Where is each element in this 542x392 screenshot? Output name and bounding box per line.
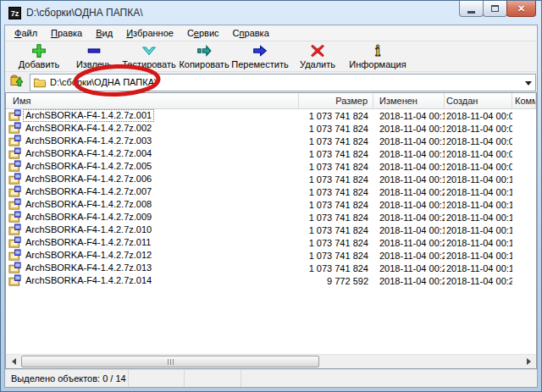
close-icon: ✕: [517, 4, 525, 14]
file-row[interactable]: ArchSBORKA-F4-1.4.2.7z.0011 073 741 8242…: [6, 109, 536, 122]
menu-bar: ФайлПравкаВидИзбранноеСервисСправка: [5, 25, 537, 41]
toolbar-button-label: Удалить: [300, 59, 335, 69]
file-size: 1 073 741 824: [299, 238, 373, 248]
maximize-button[interactable]: [483, 1, 507, 17]
file-created: 2018-11-04 00:03: [445, 124, 512, 134]
split-archive-file-icon: [8, 109, 21, 122]
column-header-3[interactable]: Создан: [445, 93, 512, 108]
split-archive-file-icon: [8, 122, 21, 135]
file-modified: 2018-11-04 00:11: [373, 111, 445, 121]
file-row[interactable]: ArchSBORKA-F4-1.4.2.7z.0051 073 741 8242…: [6, 160, 536, 173]
file-name: ArchSBORKA-F4-1.4.2.7z.005: [24, 161, 153, 172]
file-size: 1 073 741 824: [299, 213, 373, 223]
column-header-0[interactable]: Имя: [6, 93, 299, 108]
file-row[interactable]: ArchSBORKA-F4-1.4.2.7z.0061 073 741 8242…: [6, 173, 536, 185]
column-header-row: ИмяРазмерИзмененСозданКомм: [6, 93, 536, 109]
info-button[interactable]: iИнформация: [344, 42, 412, 71]
file-row[interactable]: ArchSBORKA-F4-1.4.2.7z.0091 073 741 8242…: [6, 211, 536, 224]
file-row[interactable]: ArchSBORKA-F4-1.4.2.7z.0101 073 741 8242…: [6, 224, 536, 236]
file-list-panel: ИмяРазмерИзмененСозданКомм ArchSBORKA-F4…: [5, 92, 537, 369]
menu-item-tools[interactable]: Сервис: [180, 26, 226, 40]
file-created: 2018-11-04 00:03: [445, 162, 512, 172]
file-size: 1 073 741 824: [299, 200, 373, 210]
file-created: 2018-11-04 00:03: [445, 136, 512, 146]
file-name: ArchSBORKA-F4-1.4.2.7z.009: [24, 212, 153, 223]
file-created: 2018-11-04 00:21: [445, 276, 512, 286]
add-button[interactable]: Добавить: [8, 42, 69, 71]
file-created: 2018-11-04 00:03: [445, 111, 512, 121]
file-name: ArchSBORKA-F4-1.4.2.7z.004: [24, 148, 153, 159]
file-row[interactable]: ArchSBORKA-F4-1.4.2.7z.0041 073 741 8242…: [6, 147, 536, 160]
address-bar: D:\сборки\ОДНА ПАПКА\: [5, 72, 537, 92]
chevron-down-icon[interactable]: [525, 81, 532, 86]
extract-button[interactable]: Извлечь: [69, 42, 119, 71]
file-size: 1 073 741 824: [299, 162, 373, 172]
file-row[interactable]: ArchSBORKA-F4-1.4.2.7z.0149 772 5922018-…: [6, 274, 536, 287]
close-button[interactable]: ✕: [506, 1, 536, 17]
delete-button[interactable]: Удалить: [291, 42, 344, 71]
menu-item-favorites[interactable]: Избранное: [119, 26, 180, 40]
scrollbar-grip-icon: [167, 359, 174, 365]
file-row[interactable]: ArchSBORKA-F4-1.4.2.7z.0121 073 741 8242…: [6, 249, 536, 262]
split-archive-file-icon: [8, 211, 21, 224]
test-button[interactable]: Тестировать: [119, 42, 180, 71]
file-modified: 2018-11-04 00:11: [373, 136, 445, 146]
window-controls: ✕: [460, 1, 536, 17]
file-created: 2018-11-04 00:19: [445, 251, 512, 261]
horizontal-scrollbar[interactable]: [6, 354, 536, 368]
scroll-left-arrow[interactable]: [7, 356, 20, 367]
toolbar-button-label: Копировать: [179, 59, 229, 69]
extract-icon: [86, 43, 102, 58]
svg-text:i: i: [375, 43, 380, 58]
split-archive-file-icon: [8, 160, 21, 173]
file-modified: 2018-11-04 00:24: [373, 213, 445, 223]
split-archive-file-icon: [8, 249, 21, 262]
title-bar[interactable]: 7z D:\сборки\ОДНА ПАПКА\ ✕: [1, 1, 541, 25]
delete-icon: [309, 43, 326, 58]
file-modified: 2018-11-04 00:17: [373, 174, 445, 185]
file-row[interactable]: ArchSBORKA-F4-1.4.2.7z.0111 073 741 8242…: [6, 236, 536, 249]
toolbar-button-label: Тестировать: [122, 59, 176, 69]
split-archive-file-icon: [8, 224, 21, 236]
file-modified: 2018-11-04 00:19: [373, 200, 445, 210]
copy-button[interactable]: Копировать: [180, 42, 229, 71]
up-one-level-button[interactable]: [8, 74, 26, 91]
file-row[interactable]: ArchSBORKA-F4-1.4.2.7z.0131 073 741 8242…: [6, 262, 536, 274]
file-created: 2018-11-04 00:18: [445, 238, 512, 248]
split-archive-file-icon: [8, 198, 21, 211]
address-combobox[interactable]: D:\сборки\ОДНА ПАПКА\: [30, 74, 536, 91]
split-archive-file-icon: [8, 262, 21, 274]
file-modified: 2018-11-04 00:19: [373, 225, 445, 235]
minimize-icon: [467, 11, 475, 14]
file-modified: 2018-11-04 00:26: [373, 251, 445, 261]
column-header-4[interactable]: Комм: [512, 93, 536, 108]
file-row[interactable]: ArchSBORKA-F4-1.4.2.7z.0081 073 741 8242…: [6, 198, 536, 211]
scroll-right-arrow[interactable]: [522, 356, 535, 367]
minimize-button[interactable]: [459, 1, 484, 17]
selection-status: Выделено объектов: 0 / 14: [5, 370, 129, 387]
7zip-window: 7z D:\сборки\ОДНА ПАПКА\ ✕ ФайлПравкаВид…: [0, 0, 542, 392]
scrollbar-thumb[interactable]: [21, 356, 319, 367]
file-created: 2018-11-04 00:03: [445, 149, 512, 159]
window-content: ФайлПравкаВидИзбранноеСервисСправка Доба…: [4, 25, 538, 388]
file-name: ArchSBORKA-F4-1.4.2.7z.011: [24, 237, 152, 248]
move-button[interactable]: Переместить: [229, 42, 291, 71]
split-archive-file-icon: [8, 185, 21, 198]
file-modified: 2018-11-04 00:26: [373, 263, 445, 273]
column-header-1[interactable]: Размер: [299, 93, 373, 108]
menu-item-help[interactable]: Справка: [226, 26, 276, 40]
file-row[interactable]: ArchSBORKA-F4-1.4.2.7z.0021 073 741 8242…: [6, 122, 536, 135]
menu-item-view[interactable]: Вид: [89, 26, 119, 40]
file-name: ArchSBORKA-F4-1.4.2.7z.003: [24, 135, 153, 146]
file-created: 2018-11-04 00:19: [445, 263, 512, 273]
file-row[interactable]: ArchSBORKA-F4-1.4.2.7z.0071 073 741 8242…: [6, 185, 536, 198]
file-name: ArchSBORKA-F4-1.4.2.7z.010: [24, 224, 153, 235]
file-created: 2018-11-04 00:12: [445, 213, 512, 223]
menu-item-file[interactable]: Файл: [8, 26, 44, 40]
split-archive-file-icon: [8, 173, 21, 185]
file-modified: 2018-11-04 00:21: [373, 276, 445, 286]
menu-item-edit[interactable]: Правка: [44, 26, 89, 40]
column-header-2[interactable]: Изменен: [373, 93, 445, 108]
file-row[interactable]: ArchSBORKA-F4-1.4.2.7z.0031 073 741 8242…: [6, 135, 536, 147]
maximize-icon: [491, 5, 499, 12]
